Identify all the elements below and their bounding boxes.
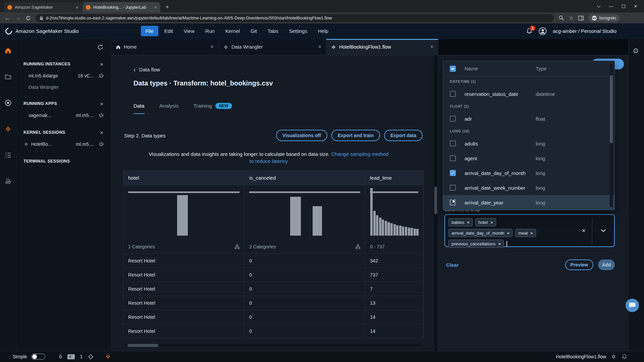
side-panel-icon[interactable] [578,16,584,20]
checkbox[interactable] [450,185,456,191]
tab-data[interactable]: Data [133,103,145,114]
menu-help[interactable]: Help [313,26,333,36]
menu-run[interactable]: Run [201,26,219,36]
tag-remove-icon[interactable]: × [490,220,493,225]
instance-app-label[interactable]: Data Wrangler [16,82,111,93]
menu-file[interactable]: File [141,26,158,36]
horizontal-scrollbar-thumb[interactable] [127,344,158,347]
close-window-button[interactable]: × [634,3,637,9]
user-avatar[interactable] [539,27,547,35]
reload-icon[interactable] [25,15,31,21]
close-doc-tab-icon[interactable]: × [318,44,321,50]
back-to-data-flow-link[interactable]: ‹ Data flow [133,66,160,73]
back-icon[interactable]: ← [5,15,10,21]
column-header-is-canceled[interactable]: is_canceled [245,171,365,185]
menu-git[interactable]: Git [246,26,262,36]
checkbox[interactable] [450,170,456,176]
tab-analysis[interactable]: Analysis [159,103,179,113]
close-section-icon[interactable]: × [100,101,103,107]
vertical-scrollbar-thumb[interactable] [434,187,437,214]
preview-button[interactable]: Preview [565,259,593,270]
chevron-down-icon[interactable] [597,4,600,7]
close-section-icon[interactable]: × [100,61,103,67]
power-icon[interactable] [99,73,104,78]
table-row[interactable]: Resort Hotel014 [123,310,423,324]
table-row[interactable]: Resort Hotel013 [123,296,423,310]
menu-kernel[interactable]: Kernel [221,26,245,36]
dropdown-option-agent[interactable]: agentlong [443,151,614,166]
add-button[interactable]: Add [598,259,615,270]
column-header-lead-time[interactable]: lead_time [365,171,423,185]
browser-tab-sagemaker[interactable]: Amazon SageMaker × [4,2,82,12]
close-tab-icon[interactable]: × [76,5,78,10]
checkbox[interactable] [450,116,456,122]
tab-training[interactable]: Training NEW [193,103,232,113]
dropdown-option-reservation_status_date[interactable]: reservation_status_datedatetime [443,86,614,101]
chat-widget-button[interactable] [626,299,639,312]
file-browser-icon[interactable] [4,72,12,81]
zoom-icon[interactable] [558,15,564,21]
columns-to-drop-multiselect[interactable]: babies×hotel×arrival_date_day_of_month×m… [444,214,615,247]
select-all-checkbox[interactable] [450,66,456,72]
checkbox[interactable] [450,140,456,146]
notifications-button[interactable]: 1 [526,27,533,35]
status-bell-icon[interactable] [622,354,627,360]
dropdown-option-arrival_date_week_number[interactable]: arrival_date_week_numberlong [443,180,614,195]
kernel-row[interactable]: HotelBo... ml.m5.... [16,138,111,150]
wrangler-status-icon[interactable] [105,354,111,360]
home-icon[interactable] [4,46,12,55]
data-wrangler-icon[interactable] [4,125,12,133]
doc-tab-data-wrangler[interactable]: Data Wrangler × [219,39,326,55]
clear-link[interactable]: Clear [446,262,459,268]
table-row[interactable]: Resort Hotel0737 [123,268,423,282]
export-and-train-button[interactable]: Export and train [331,130,380,141]
registry-list-icon[interactable] [5,151,11,160]
url-bar[interactable]: d-2rou7thinqlw.studio.us-east-2.sagemake… [36,14,554,22]
forward-icon[interactable]: → [15,15,21,21]
app-row[interactable]: sagemak... ml.m5.... [16,109,111,121]
table-row[interactable]: Resort Hotel07 [123,282,423,296]
tag-remove-icon[interactable]: × [467,220,470,225]
expand-dropdown-button[interactable] [592,215,614,246]
table-row[interactable]: Resort Hotel0342 [123,254,423,268]
browser-tab-jupyterlab[interactable]: HotelBooking... - JupyterLab × [83,2,160,12]
horizontal-scrollbar[interactable] [123,344,422,347]
tag-remove-icon[interactable]: × [530,231,533,236]
dropdown-option-arrival_date_day_of_month[interactable]: arrival_date_day_of_monthlong [443,166,614,180]
checkbox[interactable] [450,91,456,97]
menu-edit[interactable]: Edit [160,26,178,36]
doc-tab-flow[interactable]: HotelBookingFlow1.flow × [326,39,438,55]
extensions-puzzle-icon[interactable] [4,177,12,186]
close-tab-icon[interactable]: × [154,5,157,10]
close-doc-tab-icon[interactable]: × [211,44,214,50]
column-header-hotel[interactable]: hotel [123,171,245,185]
tag-remove-icon[interactable]: × [498,241,501,246]
menu-view[interactable]: View [179,26,199,36]
power-icon[interactable] [99,141,104,147]
dropdown-option-adults[interactable]: adultslong [443,136,614,151]
settings-gear-icon[interactable]: ⚙ [633,47,639,55]
menu-settings[interactable]: Settings [284,26,312,36]
minimize-button[interactable]: — [609,4,613,8]
simple-mode-toggle[interactable] [31,354,45,360]
tag-remove-icon[interactable]: × [507,231,510,236]
dropdown-option-arrival_date_year[interactable]: arrival_date_yearlong [443,195,614,210]
maximize-button[interactable] [622,5,625,8]
running-terminals-icon[interactable] [4,99,12,107]
export-data-button[interactable]: Export data [384,130,423,141]
table-row[interactable]: Resort Hotel014 [123,324,423,338]
doc-tab-home[interactable]: Home × [111,39,219,55]
new-tab-button[interactable]: + [163,3,172,11]
dropdown-scrollbar-thumb[interactable] [610,75,613,143]
instance-row[interactable]: ml.m5.4xlarge 16 vC... [16,70,111,82]
close-section-icon[interactable]: × [100,130,103,135]
menu-tabs[interactable]: Tabs [263,26,283,36]
dropdown-option-adr[interactable]: adrfloat [443,111,614,126]
vertical-scrollbar[interactable] [434,55,437,351]
crosshair-icon[interactable] [88,354,94,360]
close-doc-tab-icon[interactable]: × [430,44,433,50]
refresh-icon[interactable] [97,44,103,50]
visualizations-off-button[interactable]: Visualizations off [276,130,327,141]
bookmark-star-icon[interactable]: ☆ [569,15,574,21]
clear-selection-icon[interactable]: × [576,215,591,246]
